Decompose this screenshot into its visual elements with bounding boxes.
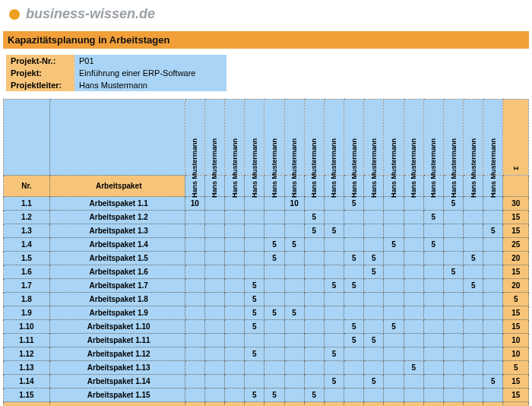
cell-value bbox=[264, 279, 284, 293]
cell-value bbox=[364, 347, 384, 361]
cell-value bbox=[404, 238, 423, 252]
cell-value bbox=[423, 252, 443, 265]
cell-rowsum: 10 bbox=[503, 347, 529, 361]
cell-value bbox=[225, 320, 245, 334]
foot-colsum: 10 bbox=[423, 402, 443, 407]
cell-ap: Arbeitspaket 1.10 bbox=[49, 320, 185, 334]
cell-value bbox=[264, 334, 284, 347]
cell-value bbox=[225, 252, 245, 265]
cell-nr: 1.2 bbox=[4, 211, 50, 224]
cell-value bbox=[284, 211, 304, 224]
foot-blank bbox=[4, 402, 50, 407]
person-header: Hans Mustermann bbox=[245, 100, 264, 176]
cell-value bbox=[304, 252, 324, 265]
cell-ap: Arbeitspaket 1.13 bbox=[49, 361, 185, 375]
cell-value bbox=[344, 238, 364, 252]
cell-value: 5 bbox=[245, 347, 264, 361]
cell-value bbox=[225, 265, 245, 279]
cell-value bbox=[464, 306, 483, 320]
cell-rowsum: 15 bbox=[503, 389, 529, 402]
cell-value bbox=[344, 265, 364, 279]
cell-value bbox=[404, 389, 423, 402]
cell-value bbox=[304, 347, 324, 361]
cell-rowsum: 25 bbox=[503, 238, 529, 252]
cell-value bbox=[284, 265, 304, 279]
cell-value bbox=[284, 224, 304, 238]
cell-rowsum: 15 bbox=[503, 375, 529, 389]
person-header: Hans Mustermann bbox=[464, 100, 483, 176]
cell-rowsum: 5 bbox=[503, 293, 529, 306]
cell-rowsum: 10 bbox=[503, 334, 529, 347]
blank-header bbox=[503, 176, 529, 197]
cell-value bbox=[423, 347, 443, 361]
cell-value bbox=[185, 375, 204, 389]
cell-value bbox=[483, 252, 503, 265]
cell-value bbox=[284, 334, 304, 347]
cell-ap: Arbeitspaket 1.9 bbox=[49, 306, 185, 320]
cell-value: 5 bbox=[324, 279, 344, 293]
cell-value bbox=[324, 306, 344, 320]
cell-value: 5 bbox=[264, 252, 284, 265]
cell-rowsum: 15 bbox=[503, 211, 529, 224]
cell-nr: 1.9 bbox=[4, 306, 50, 320]
cell-nr: 1.14 bbox=[4, 375, 50, 389]
person-header: Hans Mustermann bbox=[364, 100, 384, 176]
cell-value bbox=[324, 361, 344, 375]
cell-value bbox=[443, 334, 463, 347]
label-projektleiter: Projektleiter: bbox=[6, 79, 74, 91]
cell-value bbox=[483, 389, 503, 402]
cell-value bbox=[284, 252, 304, 265]
cell-value: 5 bbox=[304, 224, 324, 238]
cell-value bbox=[443, 252, 463, 265]
cell-nr: 1.6 bbox=[4, 265, 50, 279]
cell-value bbox=[344, 211, 364, 224]
cell-ap: Arbeitspaket 1.3 bbox=[49, 224, 185, 238]
cell-value bbox=[185, 347, 204, 361]
cell-value bbox=[204, 197, 224, 211]
cell-value bbox=[185, 361, 204, 375]
cell-value: 5 bbox=[264, 306, 284, 320]
cell-value bbox=[443, 238, 463, 252]
cell-value bbox=[344, 389, 364, 402]
cell-value bbox=[284, 279, 304, 293]
cell-value bbox=[304, 238, 324, 252]
cell-nr: 1.8 bbox=[4, 293, 50, 306]
brand-logo-icon bbox=[9, 9, 20, 20]
cell-value bbox=[464, 238, 483, 252]
cell-value: 5 bbox=[324, 224, 344, 238]
cell-value bbox=[423, 334, 443, 347]
person-header: Hans Mustermann bbox=[344, 100, 364, 176]
cell-ap: Arbeitspaket 1.2 bbox=[49, 211, 185, 224]
value-projektleiter: Hans Mustermann bbox=[74, 79, 226, 91]
cell-value bbox=[464, 389, 483, 402]
person-header: Hans Mustermann bbox=[185, 100, 204, 176]
cell-value bbox=[443, 320, 463, 334]
table-row: 1.7Arbeitspaket 1.7555520 bbox=[4, 279, 529, 293]
cell-value: 5 bbox=[324, 375, 344, 389]
cell-value bbox=[384, 279, 404, 293]
cell-value bbox=[225, 197, 245, 211]
person-header: Hans Mustermann bbox=[483, 100, 503, 176]
cell-value: 5 bbox=[245, 306, 264, 320]
value-projekt: Einführung einer ERP-Software bbox=[74, 67, 226, 79]
cell-value bbox=[245, 238, 264, 252]
cell-nr: 1.11 bbox=[4, 334, 50, 347]
cell-value bbox=[284, 389, 304, 402]
cell-value bbox=[344, 375, 364, 389]
foot-colsum: 20 bbox=[324, 402, 344, 407]
cell-nr: 1.13 bbox=[4, 361, 50, 375]
cell-value bbox=[264, 197, 284, 211]
cell-value bbox=[404, 211, 423, 224]
cell-value bbox=[225, 375, 245, 389]
cell-value bbox=[204, 334, 224, 347]
cell-value bbox=[225, 293, 245, 306]
cell-rowsum: 20 bbox=[503, 252, 529, 265]
cell-value bbox=[324, 320, 344, 334]
cell-value: 5 bbox=[443, 197, 463, 211]
capacity-grid: Hans MustermannHans MustermannHans Muste… bbox=[3, 99, 529, 406]
brand: business-wissen.de bbox=[3, 3, 529, 28]
cell-value bbox=[225, 306, 245, 320]
cell-value bbox=[284, 361, 304, 375]
cell-value bbox=[324, 252, 344, 265]
cell-nr: 1.3 bbox=[4, 224, 50, 238]
